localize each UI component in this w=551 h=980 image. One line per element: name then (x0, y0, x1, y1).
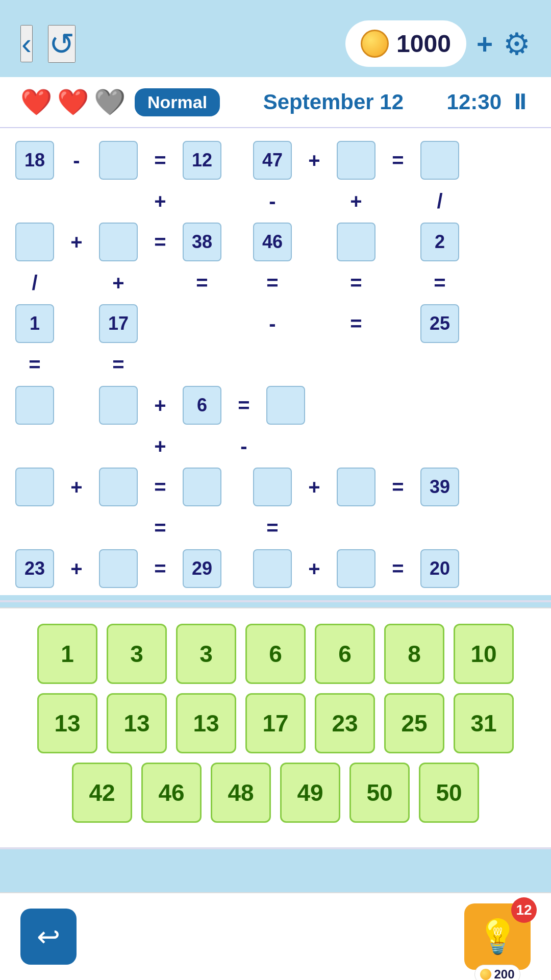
hint-coin-icon (480, 969, 491, 980)
cell-r1c6[interactable] (420, 141, 459, 180)
header-left: ‹ ↺ (20, 25, 76, 63)
cell-r5eq1: = (337, 304, 375, 343)
tile-23[interactable]: 23 (315, 693, 375, 753)
cell-r1eq2: = (379, 141, 417, 180)
cell-r9c4[interactable] (253, 468, 292, 506)
cell-r5c1: 1 (15, 304, 54, 343)
cell-r5c2: 17 (99, 304, 138, 343)
tiles-row-2: 13 13 13 17 23 25 31 (20, 693, 531, 753)
hint-cost: 200 (474, 965, 520, 980)
tile-17[interactable]: 17 (245, 693, 306, 753)
tile-6a[interactable]: 6 (245, 624, 306, 684)
coin-count: 1000 (396, 30, 451, 58)
cell-r11c1: 23 (15, 549, 54, 588)
cell-r7c4[interactable] (266, 386, 305, 425)
puzzle-row-8: + - (15, 427, 536, 465)
cell-r2op2: - (253, 182, 292, 220)
heart-2: ❤️ (57, 87, 89, 117)
cell-r9op1: + (57, 468, 96, 506)
cell-r11c4[interactable] (253, 549, 292, 588)
tiles-container: 1 3 3 6 6 8 10 13 13 13 17 23 25 31 42 4… (0, 607, 551, 847)
cell-r10eq1: = (141, 508, 180, 547)
tile-13c[interactable]: 13 (176, 693, 236, 753)
tile-3a[interactable]: 3 (107, 624, 167, 684)
cell-r7c2[interactable] (99, 386, 138, 425)
cell-r10eq2: = (253, 508, 292, 547)
cell-r11c5[interactable] (337, 549, 375, 588)
tile-49[interactable]: 49 (280, 763, 340, 823)
add-coins-button[interactable]: + (477, 28, 493, 60)
cell-r1c1: 18 (15, 141, 54, 180)
tile-25[interactable]: 25 (384, 693, 444, 753)
cell-r2op4: / (420, 182, 459, 220)
cell-r4eq2: = (253, 263, 292, 302)
heart-3: 🩶 (94, 87, 126, 117)
tile-50b[interactable]: 50 (419, 763, 479, 823)
cell-r1c2[interactable] (99, 141, 138, 180)
cell-r11eq1: = (141, 549, 180, 588)
puzzle-row-7: + 6 = (15, 386, 536, 425)
header: ‹ ↺ 1000 + ⚙ (0, 0, 551, 77)
cell-r11op2: + (295, 549, 334, 588)
cell-r1c5[interactable] (337, 141, 375, 180)
puzzle-row-2: + - + / (15, 182, 536, 220)
cell-r11op1: + (57, 549, 96, 588)
settings-button[interactable]: ⚙ (503, 26, 531, 62)
date-label: September 12 (263, 90, 404, 114)
cell-r3c2[interactable] (99, 223, 138, 261)
cell-r3c6: 2 (420, 223, 459, 261)
cell-r3eq1: = (141, 223, 180, 261)
cell-r3c5[interactable] (337, 223, 375, 261)
divider-1 (0, 600, 551, 602)
cell-r9c1[interactable] (15, 468, 54, 506)
cell-r9c2[interactable] (99, 468, 138, 506)
tile-13b[interactable]: 13 (107, 693, 167, 753)
puzzle-row-3: + = 38 46 2 (15, 223, 536, 261)
tile-48[interactable]: 48 (211, 763, 271, 823)
cell-r11c2[interactable] (99, 549, 138, 588)
back-button[interactable]: ‹ (20, 25, 33, 62)
timer-text: 12:30 (447, 90, 502, 114)
undo-icon: ↩ (37, 920, 60, 953)
tile-10[interactable]: 10 (454, 624, 514, 684)
tile-13a[interactable]: 13 (37, 693, 97, 753)
lightbulb-icon: 💡 (477, 917, 518, 956)
undo-button[interactable]: ↩ (20, 909, 77, 965)
timer-area: 12:30 ⏸ (447, 90, 531, 114)
cell-r4op1: / (15, 263, 54, 302)
divider-2 (0, 847, 551, 849)
tile-8[interactable]: 8 (384, 624, 444, 684)
tile-31[interactable]: 31 (454, 693, 514, 753)
heart-1: ❤️ (20, 87, 52, 117)
hint-button[interactable]: 12 💡 (464, 903, 531, 970)
pause-button[interactable]: ⏸ (509, 90, 531, 114)
cell-r9op2: + (295, 468, 334, 506)
tile-42[interactable]: 42 (72, 763, 132, 823)
cell-r8op1: + (141, 427, 180, 465)
cell-r4eq4: = (420, 263, 459, 302)
puzzle-row-1: 18 - = 12 47 + = (15, 141, 536, 180)
cell-r3c4: 46 (253, 223, 292, 261)
cell-r3c1[interactable] (15, 223, 54, 261)
cell-r9c6: 39 (420, 468, 459, 506)
cell-r7c1[interactable] (15, 386, 54, 425)
tile-50a[interactable]: 50 (349, 763, 410, 823)
cell-r11eq2: = (379, 549, 417, 588)
tile-1[interactable]: 1 (37, 624, 97, 684)
puzzle-row-11: 23 + = 29 + = 20 (15, 549, 536, 588)
cell-r8op2: - (224, 427, 263, 465)
bottom-bar: ↩ 12 💡 200 (0, 892, 551, 980)
coin-display: 1000 (345, 20, 466, 67)
cell-r6eq1: = (15, 345, 54, 384)
puzzle-row-10: = = (15, 508, 536, 547)
cell-r5op1: - (253, 304, 292, 343)
tile-46[interactable]: 46 (141, 763, 202, 823)
refresh-button[interactable]: ↺ (48, 25, 76, 63)
cell-r9c3[interactable] (183, 468, 221, 506)
cell-r1op2: + (295, 141, 334, 180)
tile-6b[interactable]: 6 (315, 624, 375, 684)
cell-r9c5[interactable] (337, 468, 375, 506)
tile-3b[interactable]: 3 (176, 624, 236, 684)
puzzle-area: 18 - = 12 47 + = + - + / + = 38 46 (0, 128, 551, 595)
cell-r7c3: 6 (183, 386, 221, 425)
